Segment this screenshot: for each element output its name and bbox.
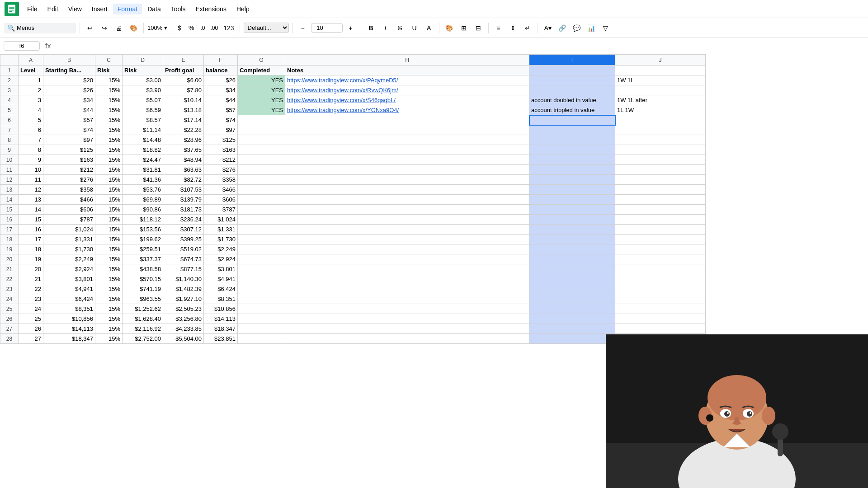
- cell-i12[interactable]: [529, 175, 615, 185]
- cell-j25[interactable]: [615, 304, 706, 314]
- cell-e18[interactable]: $399.25: [163, 235, 204, 244]
- cell-e1[interactable]: Profit goal: [163, 66, 204, 75]
- cell-i6[interactable]: [529, 115, 615, 125]
- cell-j3[interactable]: [615, 85, 706, 95]
- menu-file[interactable]: File: [23, 4, 42, 14]
- cell-d25[interactable]: $1,252.62: [123, 304, 163, 314]
- cell-c19[interactable]: 15%: [95, 244, 123, 254]
- cell-h3[interactable]: https://www.tradingview.com/x/RvwQK6jm/: [285, 85, 529, 95]
- cell-b18[interactable]: $1,331: [43, 235, 95, 244]
- cell-c27[interactable]: 15%: [95, 324, 123, 334]
- cell-e19[interactable]: $519.02: [163, 244, 204, 254]
- cell-f11[interactable]: $276: [204, 165, 238, 175]
- cell-i15[interactable]: [529, 205, 615, 215]
- row-num-27[interactable]: 27: [0, 324, 19, 334]
- cell-c20[interactable]: 15%: [95, 254, 123, 264]
- cell-f5[interactable]: $57: [204, 105, 238, 115]
- cell-b3[interactable]: $26: [43, 85, 95, 95]
- cell-a28[interactable]: 27: [19, 334, 43, 344]
- strikethrough-button[interactable]: S: [394, 22, 406, 34]
- col-header-g[interactable]: G: [238, 55, 285, 66]
- cell-j10[interactable]: [615, 155, 706, 165]
- cell-g17[interactable]: [238, 225, 285, 235]
- cell-b21[interactable]: $2,924: [43, 264, 95, 274]
- cell-d10[interactable]: $24.47: [123, 155, 163, 165]
- cell-e6[interactable]: $17.14: [163, 115, 204, 125]
- cell-c21[interactable]: 15%: [95, 264, 123, 274]
- menu-view[interactable]: View: [64, 4, 86, 14]
- cell-g3[interactable]: YES: [238, 85, 285, 95]
- cell-c22[interactable]: 15%: [95, 274, 123, 284]
- italic-button[interactable]: I: [379, 22, 392, 34]
- cell-e26[interactable]: $3,256.80: [163, 314, 204, 324]
- col-header-i[interactable]: I: [529, 55, 615, 66]
- zoom-control[interactable]: 100% ▾: [147, 24, 167, 31]
- cell-f17[interactable]: $1,331: [204, 225, 238, 235]
- undo-button[interactable]: ↩: [84, 22, 96, 34]
- cell-d18[interactable]: $199.62: [123, 235, 163, 244]
- cell-h10[interactable]: [285, 155, 529, 165]
- cell-b6[interactable]: $57: [43, 115, 95, 125]
- menu-edit[interactable]: Edit: [43, 4, 63, 14]
- cell-j5[interactable]: 1L 1W: [615, 105, 706, 115]
- cell-a22[interactable]: 21: [19, 274, 43, 284]
- row-num-12[interactable]: 12: [0, 175, 19, 185]
- cell-g25[interactable]: [238, 304, 285, 314]
- cell-j21[interactable]: [615, 264, 706, 274]
- col-header-j[interactable]: J: [615, 55, 706, 66]
- cell-e10[interactable]: $48.94: [163, 155, 204, 165]
- borders-button[interactable]: ⊞: [458, 22, 470, 34]
- cell-i13[interactable]: [529, 185, 615, 195]
- row-num-8[interactable]: 8: [0, 135, 19, 145]
- row-num-4[interactable]: 4: [0, 95, 19, 105]
- cell-e14[interactable]: $139.79: [163, 195, 204, 205]
- cell-e21[interactable]: $877.15: [163, 264, 204, 274]
- cell-h19[interactable]: [285, 244, 529, 254]
- cell-b25[interactable]: $8,351: [43, 304, 95, 314]
- cell-b28[interactable]: $18,347: [43, 334, 95, 344]
- cell-i23[interactable]: [529, 284, 615, 294]
- filter-button[interactable]: ▽: [599, 22, 612, 34]
- row-num-28[interactable]: 28: [0, 334, 19, 344]
- cell-d26[interactable]: $1,628.40: [123, 314, 163, 324]
- cell-d5[interactable]: $6.59: [123, 105, 163, 115]
- cell-d20[interactable]: $337.37: [123, 254, 163, 264]
- row-num-21[interactable]: 21: [0, 264, 19, 274]
- cell-c26[interactable]: 15%: [95, 314, 123, 324]
- cell-d11[interactable]: $31.81: [123, 165, 163, 175]
- cell-a18[interactable]: 17: [19, 235, 43, 244]
- cell-f23[interactable]: $6,424: [204, 284, 238, 294]
- cell-reference[interactable]: [4, 41, 40, 51]
- cell-j8[interactable]: [615, 135, 706, 145]
- cell-c23[interactable]: 15%: [95, 284, 123, 294]
- cell-a23[interactable]: 22: [19, 284, 43, 294]
- cell-a12[interactable]: 11: [19, 175, 43, 185]
- cell-i1[interactable]: [529, 66, 615, 75]
- fill-color-button[interactable]: 🎨: [443, 22, 456, 34]
- cell-i26[interactable]: [529, 314, 615, 324]
- cell-h20[interactable]: [285, 254, 529, 264]
- cell-g23[interactable]: [238, 284, 285, 294]
- cell-j14[interactable]: [615, 195, 706, 205]
- cell-d6[interactable]: $8.57: [123, 115, 163, 125]
- cell-c9[interactable]: 15%: [95, 145, 123, 155]
- cell-c28[interactable]: 15%: [95, 334, 123, 344]
- cell-d3[interactable]: $3.90: [123, 85, 163, 95]
- cell-h22[interactable]: [285, 274, 529, 284]
- cell-c16[interactable]: 15%: [95, 215, 123, 225]
- cell-c12[interactable]: 15%: [95, 175, 123, 185]
- cell-b17[interactable]: $1,024: [43, 225, 95, 235]
- cell-h25[interactable]: [285, 304, 529, 314]
- cell-j24[interactable]: [615, 294, 706, 304]
- col-header-f[interactable]: F: [204, 55, 238, 66]
- cell-j12[interactable]: [615, 175, 706, 185]
- row-num-6[interactable]: 6: [0, 115, 19, 125]
- cell-h17[interactable]: [285, 225, 529, 235]
- cell-e5[interactable]: $13.18: [163, 105, 204, 115]
- text-color-2-button[interactable]: A▾: [542, 22, 554, 34]
- font-size-decrease[interactable]: −: [297, 22, 309, 34]
- cell-f18[interactable]: $1,730: [204, 235, 238, 244]
- cell-g20[interactable]: [238, 254, 285, 264]
- cell-f27[interactable]: $18,347: [204, 324, 238, 334]
- format-123-button[interactable]: 123: [222, 22, 236, 34]
